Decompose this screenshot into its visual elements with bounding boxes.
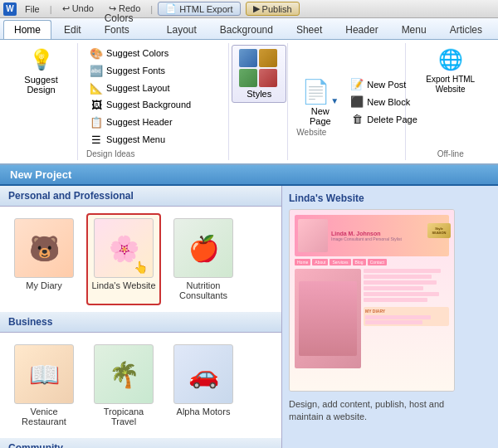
publish-button[interactable]: ▶ Publish: [246, 2, 300, 16]
template-thumb-tropicana: 🌴: [94, 344, 154, 404]
wp-main-image: [295, 269, 361, 368]
templates-panel: Personal and Professional 🐻 My Diary 🌸 👆…: [0, 186, 282, 448]
ribbon-group-styles: Styles: [231, 43, 288, 160]
title-bar: W File | ↩ Undo ↪ Redo | 📄 HTML Export ▶…: [0, 0, 498, 18]
publish-icon: ▶: [253, 3, 260, 14]
tab-layout[interactable]: Layout: [156, 20, 208, 39]
suggest-menu-button[interactable]: ☰ Suggest Menu: [86, 131, 194, 148]
suggest-colors-button[interactable]: 🎨 Suggest Colors: [86, 45, 173, 61]
suggest-fonts-icon: 🔤: [90, 64, 103, 77]
template-label-lindas-website: Linda's Website: [91, 280, 155, 290]
templates-personal-grid: 🐻 My Diary 🌸 👆 Linda's Website 🍎 Nutr: [0, 207, 281, 312]
template-nutrition[interactable]: 🍎 Nutrition Consultants: [166, 213, 241, 305]
preview-description: Design, add content, publish, host and m…: [289, 398, 455, 424]
tab-edit[interactable]: Edit: [53, 20, 92, 39]
template-thumb-alpha: 🚗: [173, 344, 233, 404]
tab-menu[interactable]: Menu: [391, 20, 437, 39]
project-title: New Project: [10, 168, 71, 181]
website-preview: Linda M. Johnson Image Consultant and Pe…: [290, 210, 454, 391]
template-alpha[interactable]: 🚗 Alpha Motors: [166, 339, 241, 431]
suggest-background-button[interactable]: 🖼 Suggest Background: [86, 96, 194, 113]
undo-button[interactable]: ↩ Undo: [57, 2, 99, 15]
main-area: New Project Personal and Professional 🐻 …: [0, 165, 498, 448]
suggest-background-icon: 🖼: [90, 98, 103, 111]
new-block-icon: ⬛: [350, 95, 364, 109]
export-html-icon: 🌐: [437, 46, 464, 73]
template-thumb-venice: 📖: [14, 344, 74, 404]
tab-background[interactable]: Background: [209, 20, 284, 39]
wp-sidebar: MY DIARY: [364, 269, 449, 368]
template-tropicana[interactable]: 🌴 Tropicana Travel: [86, 339, 161, 431]
preview-image: Linda M. Johnson Image Consultant and Pe…: [289, 209, 455, 392]
suggest-design-icon: 💡: [28, 46, 55, 73]
tab-home[interactable]: Home: [3, 20, 51, 39]
suggest-header-icon: 📋: [90, 115, 103, 129]
ribbon-group-suggest-design: 💡 Suggest Design: [5, 43, 78, 160]
suggest-layout-icon: 📐: [90, 81, 103, 95]
suggest-layout-button[interactable]: 📐 Suggest Layout: [86, 80, 173, 96]
template-my-diary[interactable]: 🐻 My Diary: [7, 213, 81, 305]
section-business-header: Business: [0, 312, 281, 333]
tab-colors-fonts[interactable]: Colors Fonts: [94, 8, 154, 39]
ribbon-group-export: 🌐 Export HTML Website Off-line: [408, 43, 493, 160]
delete-page-icon: 🗑: [350, 113, 364, 126]
project-body: Personal and Professional 🐻 My Diary 🌸 👆…: [0, 186, 498, 448]
wp-content: MY DIARY: [295, 269, 449, 368]
template-thumb-lindas-website: 🌸 👆: [94, 218, 154, 278]
template-thumb-my-diary: 🐻: [14, 218, 74, 278]
suggest-colors-icon: 🎨: [90, 46, 103, 60]
export-html-button[interactable]: 🌐 Export HTML Website: [414, 45, 486, 96]
suggest-fonts-button[interactable]: 🔤 Suggest Fonts: [86, 62, 173, 79]
styles-button[interactable]: Styles: [232, 45, 286, 103]
tab-articles[interactable]: Articles: [439, 20, 493, 39]
template-lindas-website[interactable]: 🌸 👆 Linda's Website: [86, 213, 161, 305]
template-label-my-diary: My Diary: [26, 280, 61, 290]
new-page-icon: 📄: [301, 78, 330, 105]
title-bar-items: File | ↩ Undo ↪ Redo | 📄 HTML Export ▶ P…: [20, 2, 300, 16]
suggest-design-button[interactable]: 💡 Suggest Design: [12, 45, 71, 96]
preview-title: Linda's Website: [289, 192, 491, 204]
app-logo: W: [3, 2, 17, 16]
tab-header[interactable]: Header: [334, 20, 388, 39]
html-export-icon: 📄: [165, 3, 177, 14]
suggest-menu-icon: ☰: [90, 133, 103, 146]
template-label-nutrition: Nutrition Consultants: [171, 280, 236, 300]
templates-business-grid: 📖 Venice Restaurant 🌴 Tropicana Travel 🚗…: [0, 333, 281, 438]
ribbon: 💡 Suggest Design 🎨 Suggest Colors 🔤 Sugg…: [0, 40, 498, 165]
wp-logo-badge: StyleSEASON: [427, 223, 451, 238]
suggest-header-button[interactable]: 📋 Suggest Header: [86, 114, 194, 130]
template-label-alpha: Alpha Motors: [177, 407, 231, 416]
ribbon-group-design-ideas: 🎨 Suggest Colors 🔤 Suggest Fonts 📐 Sugge…: [80, 43, 229, 160]
template-thumb-nutrition: 🍎: [173, 218, 233, 278]
preview-panel: Linda's Website Linda M. Johnson Image C…: [282, 186, 498, 448]
template-label-tropicana: Tropicana Travel: [91, 407, 156, 426]
ribbon-tabs: Home Edit Colors Fonts Layout Background…: [0, 18, 498, 40]
template-label-venice: Venice Restaurant: [12, 407, 76, 426]
section-community-header: Community: [0, 438, 281, 448]
wp-photo: [298, 219, 328, 252]
cursor-indicator: 👆: [134, 261, 148, 274]
ribbon-group-new-page: 📄 ▼ New Page 📝 New Post ⬛ New Block 🗑 De…: [290, 43, 406, 160]
section-personal-header: Personal and Professional: [0, 186, 281, 207]
new-post-icon: 📝: [350, 78, 364, 91]
tab-sheet[interactable]: Sheet: [286, 20, 333, 39]
new-page-button[interactable]: 📄 ▼ New Page: [296, 76, 344, 128]
wp-header: Linda M. Johnson Image Consultant and Pe…: [295, 215, 449, 256]
html-export-button[interactable]: 📄 HTML Export: [158, 2, 240, 16]
wp-nav: Home About Services Blog Contact: [295, 259, 449, 265]
project-title-bar: New Project: [0, 165, 498, 186]
file-menu[interactable]: File: [20, 3, 45, 15]
template-venice[interactable]: 📖 Venice Restaurant: [7, 339, 81, 431]
